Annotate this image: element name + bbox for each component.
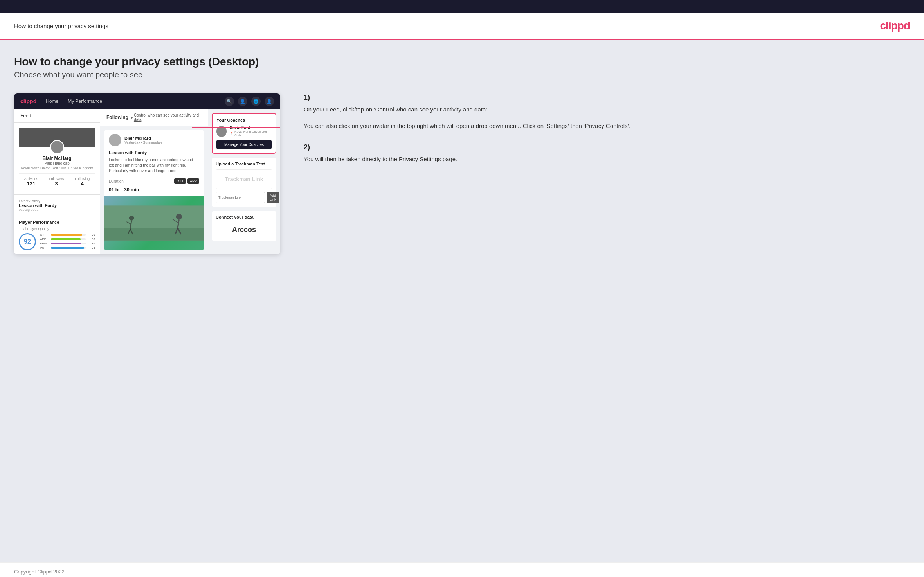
bar-putt-val: 96 bbox=[87, 246, 95, 250]
user-icon[interactable]: 👤 bbox=[238, 97, 247, 106]
bar-putt-label: PUTT bbox=[40, 246, 49, 250]
bar-arg-label: ARG bbox=[40, 242, 49, 245]
trackman-card: Upload a Trackman Test Trackman Link Add… bbox=[212, 158, 276, 207]
bar-arg-val: 86 bbox=[87, 242, 95, 245]
demo-section: clippd Home My Performance 🔍 👤 🌐 👤 Feed bbox=[14, 93, 910, 254]
control-link[interactable]: Control who can see your activity and da… bbox=[134, 113, 202, 122]
post-avatar bbox=[109, 134, 121, 146]
manage-coaches-button[interactable]: Manage Your Coaches bbox=[216, 140, 272, 149]
tag-app: APP bbox=[187, 178, 199, 184]
followers-value: 3 bbox=[49, 181, 64, 187]
tpq-circle: 92 bbox=[19, 233, 36, 250]
duration-label: Duration bbox=[109, 179, 124, 183]
tpq-area: 92 OTT 90 APP 85 bbox=[19, 233, 95, 250]
coach-avatar bbox=[216, 126, 227, 137]
feed-tab[interactable]: Feed bbox=[14, 109, 100, 123]
app-screenshot: clippd Home My Performance 🔍 👤 🌐 👤 Feed bbox=[14, 93, 280, 254]
arccos-logo: Arccos bbox=[216, 223, 272, 237]
profile-info: Blair McHarg Plus Handicap Royal North D… bbox=[19, 156, 95, 173]
post-user-info: Blair McHarg Yesterday · Sunningdale bbox=[124, 136, 162, 144]
bar-ott-val: 90 bbox=[87, 233, 95, 237]
app-main: Following ▼ Control who can see your act… bbox=[100, 109, 208, 254]
step1-number: 1) bbox=[304, 93, 902, 102]
following-value: 4 bbox=[75, 181, 90, 187]
avatar-icon[interactable]: 👤 bbox=[265, 97, 274, 106]
coach-club: 📍 Royal North Devon Golf Club bbox=[230, 130, 272, 137]
globe-icon[interactable]: 🌐 bbox=[251, 97, 261, 106]
copyright: Copyright Clippd 2022 bbox=[14, 569, 65, 575]
page-heading: How to change your privacy settings (Des… bbox=[14, 56, 910, 68]
main-content: How to change your privacy settings (Des… bbox=[0, 40, 924, 562]
tag-ott: OTT bbox=[174, 178, 186, 184]
feed-header: Following ▼ Control who can see your act… bbox=[100, 109, 208, 126]
latest-date: 03 Aug 2022 bbox=[19, 208, 95, 212]
bar-app-track bbox=[51, 238, 86, 240]
profile-area: Blair McHarg Plus Handicap Royal North D… bbox=[14, 123, 100, 195]
app-nav: clippd Home My Performance 🔍 👤 🌐 👤 bbox=[14, 93, 280, 109]
post-tags: OTT APP bbox=[174, 178, 199, 184]
stat-followers: Followers 3 bbox=[49, 177, 64, 187]
step1-text-part2: You can also click on your avatar in the… bbox=[304, 121, 902, 131]
trackman-input-row: Add Link bbox=[216, 192, 272, 203]
latest-title: Lesson with Fordy bbox=[19, 203, 95, 208]
header: How to change your privacy settings clip… bbox=[0, 13, 924, 40]
bar-arg: ARG 86 bbox=[40, 242, 95, 245]
bar-ott-label: OTT bbox=[40, 233, 49, 237]
connect-card: Connect your data Arccos bbox=[212, 211, 276, 241]
profile-club: Royal North Devon Golf Club, United King… bbox=[19, 166, 95, 170]
post-card: Blair McHarg Yesterday · Sunningdale Les… bbox=[104, 130, 204, 250]
following-button[interactable]: Following ▼ bbox=[106, 115, 134, 120]
bar-ott: OTT 90 bbox=[40, 233, 95, 237]
app-right-panel: Your Coaches David Ford 📍 Royal North De… bbox=[208, 109, 280, 254]
step1-text-part1: On your Feed, click/tap on ‘Control who … bbox=[304, 105, 902, 114]
chevron-down-icon: ▼ bbox=[130, 115, 134, 120]
coaches-title: Your Coaches bbox=[216, 118, 272, 122]
step2-number: 2) bbox=[304, 143, 902, 151]
bar-app-label: APP bbox=[40, 237, 49, 241]
profile-banner bbox=[19, 128, 95, 147]
coach-info: David Ford 📍 Royal North Devon Golf Club bbox=[230, 126, 272, 137]
trackman-link-input[interactable] bbox=[216, 192, 265, 203]
coaches-card: Your Coaches David Ford 📍 Royal North De… bbox=[212, 113, 276, 154]
player-performance: Player Performance Total Player Quality … bbox=[14, 216, 100, 254]
post-title: Lesson with Fordy bbox=[104, 150, 204, 157]
activities-value: 131 bbox=[24, 181, 38, 187]
post-header: Blair McHarg Yesterday · Sunningdale bbox=[104, 130, 204, 150]
stat-following: Following 4 bbox=[75, 177, 90, 187]
instruction-step2: 2) You will then be taken directly to th… bbox=[304, 143, 902, 164]
post-description: Looking to feel like my hands are exitin… bbox=[104, 157, 204, 177]
profile-name: Blair McHarg bbox=[19, 156, 95, 161]
logo: clippd bbox=[880, 20, 910, 32]
tpq-bars: OTT 90 APP 85 ARG bbox=[40, 233, 95, 250]
bar-ott-track bbox=[51, 234, 86, 236]
instructions-panel: 1) On your Feed, click/tap on ‘Control w… bbox=[296, 93, 910, 176]
footer: Copyright Clippd 2022 bbox=[0, 562, 924, 577]
bar-putt-track bbox=[51, 247, 86, 249]
search-icon[interactable]: 🔍 bbox=[225, 97, 234, 106]
post-image bbox=[104, 196, 204, 250]
followers-label: Followers bbox=[49, 177, 64, 181]
coach-item: David Ford 📍 Royal North Devon Golf Club bbox=[216, 126, 272, 137]
activities-label: Activities bbox=[24, 177, 38, 181]
nav-icons: 🔍 👤 🌐 👤 bbox=[225, 97, 274, 106]
profile-stats: Activities 131 Followers 3 Following 4 bbox=[19, 173, 95, 190]
bar-putt: PUTT 96 bbox=[40, 246, 95, 250]
svg-point-2 bbox=[129, 216, 134, 221]
trackman-link-display: Trackman Link bbox=[216, 169, 272, 189]
bar-app-val: 85 bbox=[87, 237, 95, 241]
following-label: Following bbox=[106, 115, 128, 120]
duration-value: 01 hr : 30 min bbox=[104, 187, 204, 196]
latest-activity: Latest Activity Lesson with Fordy 03 Aug… bbox=[14, 195, 100, 216]
nav-my-performance[interactable]: My Performance bbox=[68, 99, 102, 104]
post-user-meta: Yesterday · Sunningdale bbox=[124, 140, 162, 144]
top-bar bbox=[0, 0, 924, 13]
nav-home[interactable]: Home bbox=[46, 99, 58, 104]
profile-handicap: Plus Handicap bbox=[19, 161, 95, 165]
location-icon: 📍 bbox=[230, 132, 234, 135]
add-link-button[interactable]: Add Link bbox=[267, 192, 279, 203]
svg-rect-1 bbox=[104, 228, 204, 241]
bar-app: APP 85 bbox=[40, 237, 95, 241]
stat-activities: Activities 131 bbox=[24, 177, 38, 187]
bar-arg-track bbox=[51, 243, 86, 244]
app-logo: clippd bbox=[20, 98, 36, 104]
